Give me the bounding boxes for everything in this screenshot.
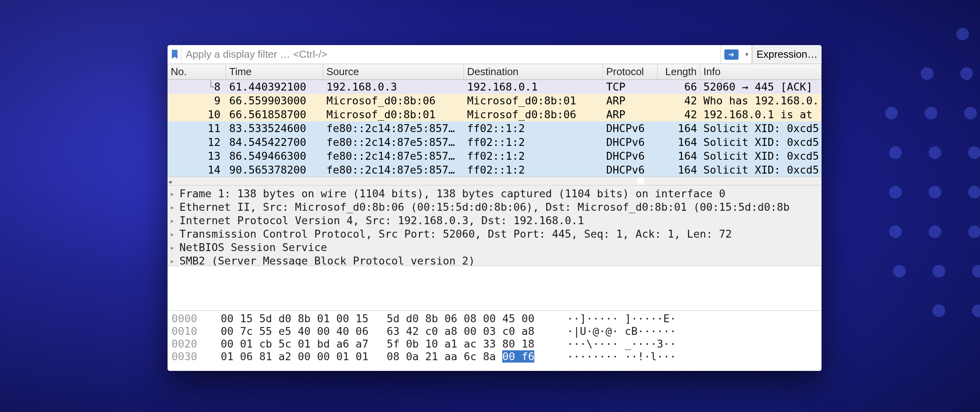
- scroll-left-icon: ◂: [168, 178, 172, 185]
- column-header-protocol[interactable]: Protocol: [603, 64, 658, 79]
- packet-row[interactable]: 966.559903000Microsof_d0:8b:06Microsof_d…: [168, 94, 822, 108]
- arrow-right-icon: ➔: [724, 49, 739, 60]
- detail-tree-item[interactable]: ▸Transmission Control Protocol, Src Port…: [170, 227, 819, 241]
- detail-tree-item[interactable]: ▸Ethernet II, Src: Microsof_d0:8b:06 (00…: [170, 200, 819, 214]
- expand-caret-icon[interactable]: ▸: [170, 241, 179, 254]
- packet-row[interactable]: 1490.565378200fe80::2c14:87e5:857…ff02::…: [168, 163, 822, 177]
- pane-gap: [168, 266, 822, 310]
- expand-caret-icon[interactable]: ▸: [170, 214, 179, 227]
- expand-caret-icon[interactable]: ▸: [170, 227, 179, 241]
- packet-row[interactable]: 1386.549466300fe80::2c14:87e5:857…ff02::…: [168, 149, 822, 163]
- packet-row[interactable]: └861.440392100192.168.0.3192.168.0.1TCP6…: [168, 80, 822, 94]
- display-filter-input[interactable]: [182, 45, 720, 64]
- column-header-length[interactable]: Length: [658, 64, 700, 79]
- packet-list-header: No. Time Source Destination Protocol Len…: [168, 64, 822, 80]
- hex-row[interactable]: 0000 00 15 5d d0 8b 01 00 15 5d d0 8b 06…: [172, 312, 818, 325]
- column-header-no[interactable]: No.: [168, 64, 226, 79]
- expand-caret-icon[interactable]: ▸: [170, 187, 179, 200]
- packet-list[interactable]: └861.440392100192.168.0.3192.168.0.1TCP6…: [168, 80, 822, 177]
- packet-details-pane[interactable]: ▸Frame 1: 138 bytes on wire (1104 bits),…: [168, 185, 822, 266]
- wireshark-window: ➔ ▾ Expression… No. Time Source Destinat…: [168, 45, 822, 371]
- expand-caret-icon[interactable]: ▸: [170, 254, 179, 266]
- detail-tree-item[interactable]: ▸Internet Protocol Version 4, Src: 192.1…: [170, 214, 819, 227]
- packet-bytes-pane[interactable]: 0000 00 15 5d d0 8b 01 00 15 5d d0 8b 06…: [168, 310, 822, 371]
- filter-bookmark-button[interactable]: [168, 45, 182, 64]
- packet-row[interactable]: 1284.545422700fe80::2c14:87e5:857…ff02::…: [168, 135, 822, 149]
- detail-tree-item[interactable]: ▸NetBIOS Session Service: [170, 241, 819, 254]
- column-header-info[interactable]: Info: [700, 64, 822, 79]
- column-header-time[interactable]: Time: [226, 64, 323, 79]
- hex-row[interactable]: 0020 00 01 cb 5c 01 bd a6 a7 5f 0b 10 a1…: [172, 338, 818, 350]
- packet-row[interactable]: 1066.561858700Microsof_d0:8b:01Microsof_…: [168, 108, 822, 121]
- column-header-destination[interactable]: Destination: [464, 64, 603, 79]
- filter-history-dropdown[interactable]: ▾: [742, 45, 752, 64]
- bookmark-icon: [171, 49, 179, 60]
- scrollbar-thumb[interactable]: [638, 178, 644, 185]
- hex-row[interactable]: 0030 01 06 81 a2 00 00 01 01 08 0a 21 aa…: [172, 350, 818, 363]
- packet-row[interactable]: 1183.533524600fe80::2c14:87e5:857…ff02::…: [168, 121, 822, 135]
- decorative-dots: [861, 24, 980, 332]
- column-header-source[interactable]: Source: [323, 64, 464, 79]
- packet-list-hscrollbar[interactable]: ◂: [168, 177, 822, 185]
- apply-filter-button[interactable]: ➔: [720, 45, 742, 64]
- display-filter-bar: ➔ ▾ Expression…: [168, 45, 822, 64]
- detail-tree-item[interactable]: ▸SMB2 (Server Message Block Protocol ver…: [170, 254, 819, 266]
- detail-tree-item[interactable]: ▸Frame 1: 138 bytes on wire (1104 bits),…: [170, 187, 819, 200]
- expand-caret-icon[interactable]: ▸: [170, 200, 179, 214]
- expression-button[interactable]: Expression…: [752, 45, 822, 64]
- hex-row[interactable]: 0010 00 7c 55 e5 40 00 40 06 63 42 c0 a8…: [172, 325, 818, 338]
